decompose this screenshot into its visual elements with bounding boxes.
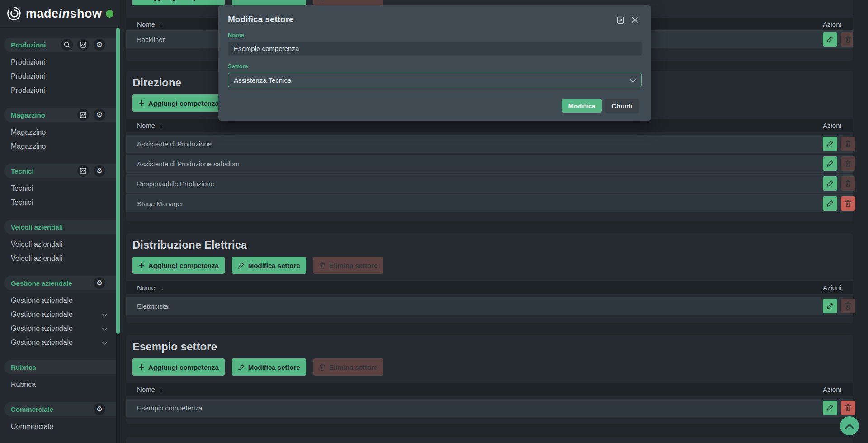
search-icon-button[interactable] xyxy=(61,39,73,51)
modal-submit-button[interactable]: Modifica xyxy=(562,99,602,113)
gear-icon-button[interactable]: ⚙ xyxy=(94,277,105,289)
row-edit-button[interactable] xyxy=(823,156,837,171)
name-input[interactable] xyxy=(228,42,642,56)
sidebar-section-items: Commerciale xyxy=(0,419,120,434)
chevron-down-icon xyxy=(102,311,107,319)
chart-icon-button[interactable] xyxy=(77,165,89,177)
sidebar-item[interactable]: Produzioni xyxy=(0,83,120,97)
gear-icon-button[interactable]: ⚙ xyxy=(94,403,105,415)
sidebar-item[interactable]: Magazzino xyxy=(0,125,120,139)
add-competence-button[interactable]: Aggiungi competenza xyxy=(132,94,225,112)
table-header-azioni: Azioni xyxy=(823,281,841,294)
row-delete-button[interactable] xyxy=(841,176,855,191)
gear-icon-button[interactable]: ⚙ xyxy=(94,165,105,177)
sidebar-item[interactable]: Veicoli aziendali xyxy=(0,237,120,251)
sidebar-section-header[interactable]: Magazzino ⚙ xyxy=(4,108,116,122)
section-card: Esempio settore Aggiungi competenza Modi… xyxy=(126,335,853,424)
sidebar-item[interactable]: Gestione aziendale xyxy=(0,307,120,321)
chart-icon-button[interactable] xyxy=(77,39,89,51)
competence-table: Nome ↑↓ Azioni Elettricista xyxy=(132,281,853,315)
delete-sector-button[interactable]: Elimina settore xyxy=(313,358,384,376)
row-edit-button[interactable] xyxy=(823,176,837,191)
sector-select[interactable]: Assistenza Tecnica xyxy=(228,73,642,87)
gear-icon: ⚙ xyxy=(96,167,103,174)
sidebar-item[interactable]: Gestione aziendale xyxy=(0,321,120,335)
sidebar-section: Produzioni ⚙ xyxy=(0,38,120,97)
close-button[interactable] xyxy=(632,16,638,24)
row-delete-button[interactable] xyxy=(841,156,855,171)
sidebar-section-label: Gestione aziendale xyxy=(11,279,72,287)
row-name: Esempio competenza xyxy=(137,404,202,412)
edit-sector-button[interactable]: Modifica settore xyxy=(232,0,306,5)
row-edit-button[interactable] xyxy=(823,401,837,415)
sidebar-item[interactable]: Tecnici xyxy=(0,195,120,209)
chart-icon-button[interactable] xyxy=(77,109,89,121)
gear-icon-button[interactable]: ⚙ xyxy=(94,39,105,51)
scroll-top-button[interactable] xyxy=(840,416,859,435)
table-header-nome[interactable]: Nome xyxy=(137,386,155,393)
sidebar-item-label: Produzioni xyxy=(11,72,45,80)
logo[interactable]: madeinshow xyxy=(0,0,120,28)
sidebar-scrollbar-thumb[interactable] xyxy=(116,28,120,334)
sort-icon[interactable]: ↑↓ xyxy=(159,122,163,129)
row-delete-button[interactable] xyxy=(841,299,855,313)
modal-close-button[interactable]: Chiudi xyxy=(605,99,639,113)
sidebar-item[interactable]: Magazzino xyxy=(0,139,120,153)
trash-icon xyxy=(319,0,326,0)
delete-sector-button[interactable]: Elimina settore xyxy=(313,257,384,274)
trash-icon xyxy=(845,36,851,43)
table-header-nome[interactable]: Nome xyxy=(137,284,155,292)
sidebar: madeinshow Produzioni xyxy=(0,0,120,443)
table-header-azioni: Azioni xyxy=(823,383,841,396)
sidebar-scrollbar-track[interactable] xyxy=(116,28,120,443)
pencil-icon xyxy=(826,404,834,411)
table-header-nome[interactable]: Nome xyxy=(137,20,155,28)
table-header-nome[interactable]: Nome xyxy=(137,122,155,129)
sidebar-item[interactable]: Tecnici xyxy=(0,181,120,195)
search-icon xyxy=(64,42,70,48)
button-label: Aggiungi competenza xyxy=(148,0,219,1)
sidebar-item[interactable]: Produzioni xyxy=(0,69,120,83)
section-card-sliver xyxy=(126,437,853,443)
add-competence-button[interactable]: Aggiungi competenza xyxy=(132,0,225,5)
sector-label: Settore xyxy=(228,63,642,70)
button-label: Modifica settore xyxy=(248,0,300,1)
sidebar-sections: Produzioni ⚙ xyxy=(0,38,120,434)
row-edit-button[interactable] xyxy=(823,196,837,211)
sidebar-section-header[interactable]: Gestione aziendale ⚙ xyxy=(4,276,116,290)
sort-icon[interactable]: ↑↓ xyxy=(159,21,163,28)
sidebar-item[interactable]: Commerciale xyxy=(0,419,120,434)
row-delete-button[interactable] xyxy=(841,196,855,211)
row-edit-button[interactable] xyxy=(823,32,837,47)
edit-sector-button[interactable]: Modifica settore xyxy=(232,257,306,274)
add-competence-button[interactable]: Aggiungi competenza xyxy=(132,257,225,274)
sidebar-section-header[interactable]: Rubrica xyxy=(4,360,116,374)
sidebar-item[interactable]: Rubrica xyxy=(0,377,120,391)
row-delete-button[interactable] xyxy=(841,401,855,415)
row-delete-button[interactable] xyxy=(841,32,853,47)
add-competence-button[interactable]: Aggiungi competenza xyxy=(132,358,225,376)
sidebar-item[interactable]: Gestione aziendale xyxy=(0,293,120,307)
row-delete-button[interactable] xyxy=(841,137,855,151)
page: Aggiungi competenza Modifica settore Eli… xyxy=(0,0,868,443)
sidebar-item[interactable]: Gestione aziendale xyxy=(0,335,120,349)
sidebar-section-header[interactable]: Produzioni ⚙ xyxy=(4,38,116,52)
sidebar-section-header[interactable]: Tecnici ⚙ xyxy=(4,164,116,178)
row-name: Stage Manager xyxy=(137,200,184,207)
sidebar-item[interactable]: Produzioni xyxy=(0,55,120,69)
sidebar-item[interactable]: Veicoli aziendali xyxy=(0,251,120,265)
edit-sector-button[interactable]: Modifica settore xyxy=(232,358,306,376)
pencil-icon xyxy=(826,200,834,207)
row-edit-button[interactable] xyxy=(823,137,837,151)
sidebar-section-items: Magazzino Magazzino xyxy=(0,125,120,153)
maximize-button[interactable] xyxy=(617,16,624,24)
gear-icon-button[interactable]: ⚙ xyxy=(94,109,105,121)
sort-icon[interactable]: ↑↓ xyxy=(159,284,163,291)
delete-sector-button[interactable]: Elimina settore xyxy=(313,0,384,5)
sidebar-section-header[interactable]: Veicoli aziendali xyxy=(4,220,116,234)
sidebar-section-header[interactable]: Commerciale ⚙ xyxy=(4,402,116,416)
row-edit-button[interactable] xyxy=(823,299,837,313)
button-label: Elimina settore xyxy=(329,0,378,1)
button-label: Aggiungi competenza xyxy=(148,363,219,371)
sort-icon[interactable]: ↑↓ xyxy=(159,386,163,393)
